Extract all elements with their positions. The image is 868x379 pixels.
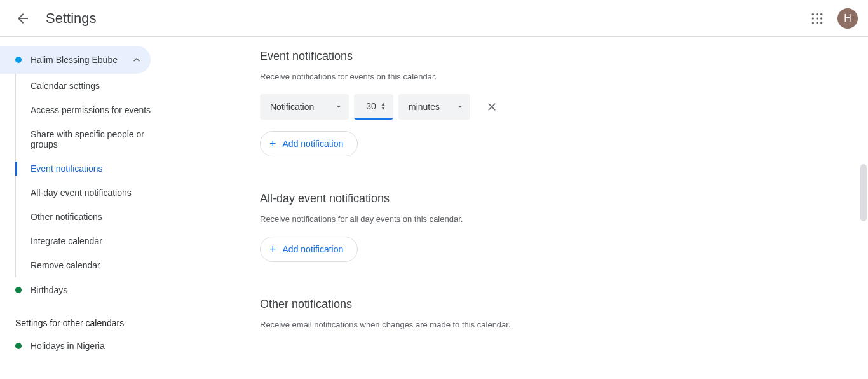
sidebar-item-holidays[interactable]: Holidays in Nigeria (0, 333, 181, 359)
svg-point-3 (812, 17, 814, 19)
apps-button[interactable] (804, 6, 830, 31)
add-notification-button[interactable]: + Add notification (260, 131, 358, 156)
section-other-notifications: Other notifications Receive email notifi… (260, 298, 868, 329)
svg-point-4 (816, 17, 818, 19)
sidebar-item-other-notifications[interactable]: Other notifications (18, 205, 170, 229)
sidebar: Halim Blessing Ebube Calendar settings A… (0, 37, 181, 379)
section-title: All-day event notifications (260, 192, 868, 205)
calendar-color-dot (15, 57, 22, 63)
sidebar-item-remove[interactable]: Remove calendar (18, 253, 170, 277)
svg-point-0 (812, 13, 814, 15)
section-event-notifications: Event notifications Receive notification… (260, 50, 868, 156)
main-content: Event notifications Receive notification… (181, 37, 868, 379)
svg-point-6 (812, 22, 814, 24)
notification-value-input-wrap: ▲ ▼ (354, 94, 393, 120)
sidebar-calendar-header[interactable]: Halim Blessing Ebube (0, 46, 151, 74)
header-right: H (804, 6, 858, 31)
section-description: Receive notifications for all day events… (260, 214, 868, 224)
remove-notification-button[interactable] (479, 94, 505, 120)
close-icon (485, 100, 498, 113)
sidebar-item-label: Birthdays (31, 285, 67, 295)
sidebar-item-share[interactable]: Share with specific people or groups (18, 122, 170, 156)
arrow-back-icon (15, 11, 31, 26)
chevron-down-icon (456, 103, 464, 111)
sidebar-item-allday-notifications[interactable]: All-day event notifications (18, 181, 170, 205)
sidebar-item-label: Holidays in Nigeria (31, 341, 105, 351)
notification-row: Notification ▲ ▼ minutes (260, 94, 868, 120)
calendar-name: Halim Blessing Ebube (31, 55, 118, 65)
notification-value-input[interactable] (362, 101, 381, 111)
section-description: Receive email notifications when changes… (260, 320, 868, 329)
header: Settings H (0, 0, 868, 37)
back-button[interactable] (10, 6, 36, 31)
plus-icon: + (269, 244, 276, 255)
notification-unit-dropdown[interactable]: minutes (398, 94, 470, 120)
calendar-color-dot (15, 287, 22, 293)
notification-type-dropdown[interactable]: Notification (260, 94, 349, 120)
avatar[interactable]: H (837, 8, 858, 29)
dropdown-label: minutes (409, 102, 440, 112)
chevron-up-icon (130, 53, 143, 66)
page-title: Settings (46, 10, 97, 27)
section-description: Receive notifications for events on this… (260, 72, 868, 81)
spinner-down-icon: ▼ (381, 106, 386, 111)
number-spinner[interactable]: ▲ ▼ (381, 102, 386, 111)
sidebar-item-birthdays[interactable]: Birthdays (0, 277, 181, 303)
chevron-down-icon (335, 103, 342, 111)
svg-point-7 (816, 22, 818, 24)
dropdown-label: Notification (270, 102, 314, 112)
svg-point-5 (820, 17, 822, 19)
sidebar-section-title-other: Settings for other calendars (0, 303, 181, 333)
add-notification-label: Add notification (283, 139, 344, 149)
add-notification-button[interactable]: + Add notification (260, 237, 358, 262)
svg-point-1 (816, 13, 818, 15)
section-allday-notifications: All-day event notifications Receive noti… (260, 192, 868, 262)
header-left: Settings (10, 6, 97, 31)
svg-point-8 (820, 22, 822, 24)
section-title: Other notifications (260, 298, 868, 311)
sidebar-divider (15, 74, 16, 277)
sidebar-item-calendar-settings[interactable]: Calendar settings (18, 74, 170, 98)
calendar-color-dot (15, 343, 22, 349)
add-notification-label: Add notification (283, 244, 344, 254)
plus-icon: + (269, 138, 276, 149)
svg-point-2 (820, 13, 822, 15)
sidebar-item-event-notifications[interactable]: Event notifications (18, 156, 170, 181)
scrollbar-thumb[interactable] (860, 164, 867, 221)
scrollbar-track (858, 37, 868, 379)
apps-grid-icon (811, 12, 824, 25)
sidebar-subitems: Calendar settings Access permissions for… (0, 74, 181, 277)
sidebar-item-access-permissions[interactable]: Access permissions for events (18, 98, 170, 122)
sidebar-item-integrate[interactable]: Integrate calendar (18, 229, 170, 253)
section-title: Event notifications (260, 50, 868, 63)
